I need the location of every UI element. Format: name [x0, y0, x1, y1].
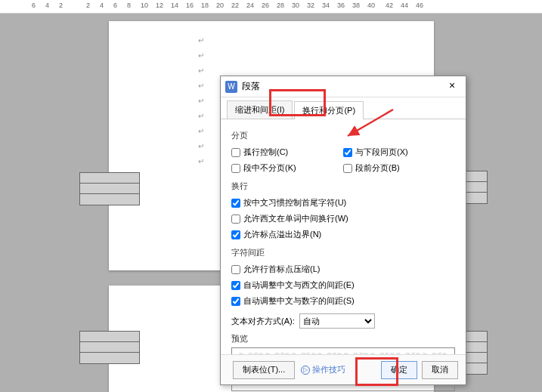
page-break-before-label: 段前分页(B): [355, 162, 400, 174]
auto-cjk-latin-checkbox[interactable]: [231, 281, 240, 290]
punct-overflow-label: 允许标点溢出边界(N): [243, 229, 321, 240]
paragraph-mark-icon: ↵: [198, 82, 204, 90]
dialog-footer: 制表位(T)... ▷操作技巧 确定 取消: [221, 354, 466, 384]
punct-overflow-checkbox[interactable]: [231, 230, 240, 239]
cjk-first-last-checkbox[interactable]: [231, 199, 240, 208]
tips-icon: ▷: [301, 366, 310, 375]
charspacing-section-label: 字符间距: [231, 247, 455, 258]
widow-control-checkbox[interactable]: [231, 148, 240, 157]
pagination-section-label: 分页: [231, 130, 455, 141]
latin-word-wrap-checkbox[interactable]: [231, 215, 240, 224]
page-break-before-checkbox[interactable]: [343, 164, 352, 173]
preview-label: 预览: [231, 333, 455, 344]
paragraph-mark-icon: ↵: [198, 112, 204, 120]
paragraph-mark-icon: ↵: [198, 127, 204, 135]
table-fragment[interactable]: [79, 331, 140, 364]
compress-punct-label: 允许行首标点压缩(L): [243, 264, 320, 275]
paragraph-mark-icon: ↵: [198, 97, 204, 105]
table-fragment[interactable]: [79, 172, 140, 205]
dialog-body: 分页 孤行控制(C) 与下段同页(X) 段中不分页(K) 段前分页(B) 换行 …: [221, 119, 466, 392]
keep-with-next-label: 与下段同页(X): [355, 147, 408, 158]
close-icon[interactable]: ×: [443, 79, 461, 94]
keep-lines-together-label: 段中不分页(K): [243, 162, 296, 174]
compress-punct-checkbox[interactable]: [231, 265, 240, 274]
tabstops-button[interactable]: 制表位(T)...: [233, 361, 295, 379]
auto-cjk-num-label: 自动调整中文与数字的间距(S): [243, 295, 355, 307]
tab-indent-spacing[interactable]: 缩进和间距(I): [227, 100, 293, 119]
text-alignment-select[interactable]: 自动: [299, 313, 375, 329]
horizontal-ruler: 6 4 2 2 4 6 8 10 12 14 16 18 20 22 24 26…: [0, 0, 542, 14]
linebreak-section-label: 换行: [231, 181, 455, 192]
cancel-button[interactable]: 取消: [422, 361, 458, 379]
keep-with-next-checkbox[interactable]: [343, 148, 352, 157]
paragraph-mark-icon: ↵: [198, 142, 204, 150]
dialog-title: 段落: [242, 80, 443, 93]
ok-button[interactable]: 确定: [381, 361, 417, 379]
auto-cjk-latin-label: 自动调整中文与西文的间距(E): [243, 279, 355, 291]
latin-word-wrap-label: 允许西文在单词中间换行(W): [243, 213, 348, 224]
tab-line-page-breaks[interactable]: 换行和分页(P): [294, 101, 364, 119]
auto-cjk-num-checkbox[interactable]: [231, 297, 240, 306]
text-alignment-label: 文本对齐方式(A):: [231, 316, 295, 327]
cjk-first-last-label: 按中文习惯控制首尾字符(U): [243, 197, 346, 208]
dialog-tabs: 缩进和间距(I) 换行和分页(P): [221, 97, 466, 119]
paragraph-mark-icon: ↵: [198, 157, 204, 165]
paragraph-mark-icon: ↵: [198, 66, 204, 75]
paragraph-mark-icon: ↵: [198, 36, 204, 45]
paragraph-mark-icon: ↵: [198, 51, 204, 60]
keep-lines-together-checkbox[interactable]: [231, 164, 240, 173]
app-icon: W: [225, 81, 237, 93]
widow-control-label: 孤行控制(C): [243, 147, 288, 158]
paragraph-dialog: W 段落 × 缩进和间距(I) 换行和分页(P) 分页 孤行控制(C) 与下段同…: [220, 76, 466, 385]
tips-link[interactable]: ▷操作技巧: [301, 364, 345, 375]
dialog-titlebar[interactable]: W 段落 ×: [221, 76, 466, 97]
